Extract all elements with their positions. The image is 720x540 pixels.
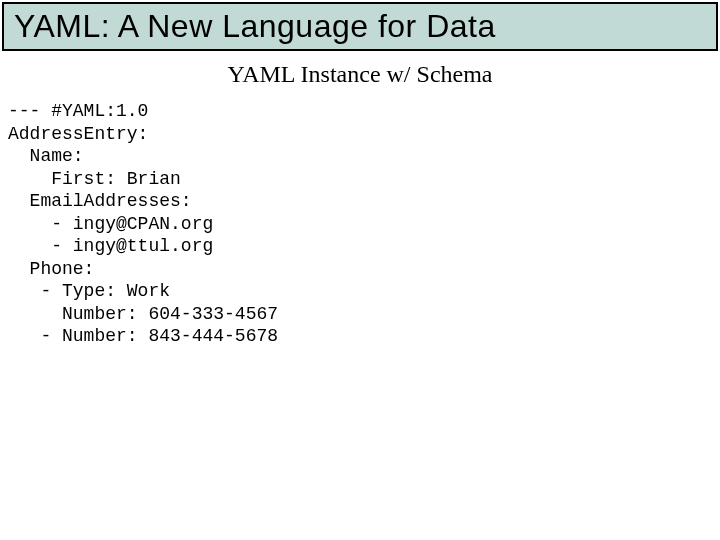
- page-title: YAML: A New Language for Data: [14, 8, 706, 45]
- subtitle: YAML Instance w/ Schema: [0, 53, 720, 98]
- yaml-code-block: --- #YAML:1.0 AddressEntry: Name: First:…: [0, 98, 720, 350]
- page-header: YAML: A New Language for Data: [2, 2, 718, 51]
